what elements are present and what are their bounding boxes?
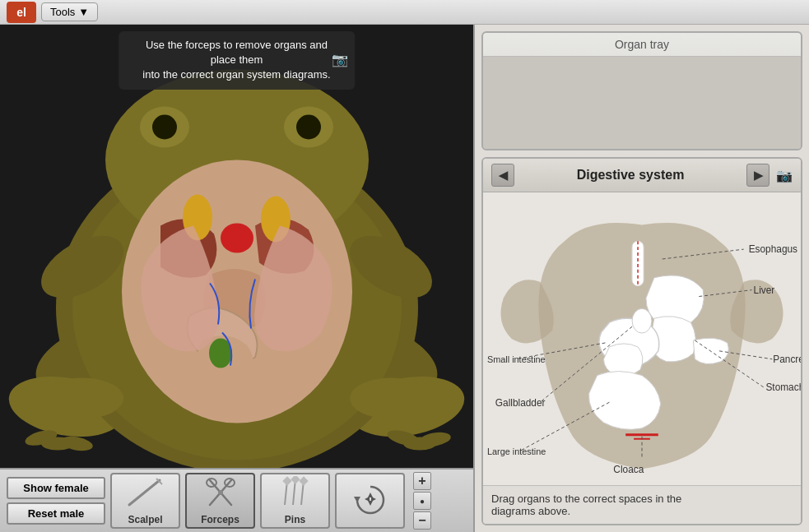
svg-point-32 [218, 490, 223, 495]
esophagus-label: Esophagus [749, 243, 797, 255]
show-female-button[interactable]: Show female [7, 477, 105, 499]
svg-point-19 [41, 378, 123, 419]
large-intestine-label: Large intestine [487, 446, 546, 456]
app-logo: el [7, 2, 36, 23]
rotate-tool[interactable] [335, 473, 405, 529]
right-panel: Organ tray ◀ Digestive system ▶ 📷 [473, 25, 809, 532]
tools-button[interactable]: Tools ▼ [41, 2, 98, 21]
zoom-fit-button[interactable]: ● [413, 492, 431, 510]
zoom-in-button[interactable]: + [413, 472, 431, 490]
left-panel: Use the forceps to remove organs and pla… [0, 25, 473, 532]
pins-tool[interactable]: Pins [260, 473, 330, 529]
forceps-tool[interactable]: Forceps [185, 473, 255, 529]
zoom-controls: + ● − [413, 472, 431, 530]
svg-point-12 [152, 115, 177, 140]
liver-label: Liver [754, 285, 775, 296]
digestive-diagram: Esophagus Liver Pancreas Stomach Small i… [483, 192, 801, 485]
main-content: Use the forceps to remove organs and pla… [0, 25, 809, 532]
svg-marker-48 [371, 497, 376, 502]
organ-tray-title: Organ tray [483, 33, 801, 57]
next-diagram-button[interactable]: ▶ [746, 164, 769, 187]
stomach-label: Stomach [765, 382, 801, 393]
frog-illustration [0, 25, 473, 468]
svg-rect-42 [291, 476, 300, 484]
diagram-title: Digestive system [521, 168, 740, 183]
forceps-icon [200, 476, 241, 512]
svg-marker-47 [365, 497, 370, 502]
cloaca-label: Cloaca [613, 464, 644, 475]
svg-line-27 [129, 480, 160, 505]
small-intestine-label: Small intestine [487, 354, 546, 364]
mode-buttons: Show female Reset male [7, 477, 105, 525]
pancreas-label: Pancreas [773, 354, 801, 365]
scalpel-icon [125, 476, 166, 512]
gallbladder-label: Gallbladder [495, 397, 546, 409]
diagram-header: ◀ Digestive system ▶ 📷 [483, 159, 801, 192]
toolbar: el Tools ▼ [0, 0, 809, 25]
reset-male-button[interactable]: Reset male [7, 502, 105, 525]
frog-view[interactable] [0, 25, 473, 468]
diagram-section: ◀ Digestive system ▶ 📷 [481, 157, 802, 525]
svg-point-54 [632, 308, 652, 333]
organ-tray-content[interactable] [483, 57, 801, 149]
tools-panel: Show female Reset male Scalpel [0, 468, 473, 532]
svg-point-13 [296, 115, 321, 140]
svg-marker-46 [368, 501, 373, 506]
diagram-instruction: Drag organs to the correct spaces in the… [483, 485, 801, 524]
svg-rect-41 [282, 476, 291, 485]
scalpel-tool[interactable]: Scalpel [110, 473, 180, 529]
pins-icon [275, 476, 316, 512]
instruction-tooltip: Use the forceps to remove organs and pla… [119, 31, 356, 90]
svg-rect-43 [299, 476, 308, 485]
rotate-icon [351, 483, 389, 519]
organ-tray: Organ tray [481, 31, 802, 150]
camera-icon-diagram[interactable]: 📷 [776, 168, 793, 183]
svg-marker-44 [354, 497, 360, 502]
svg-marker-45 [368, 493, 373, 497]
svg-point-17 [221, 224, 253, 253]
zoom-out-button[interactable]: − [413, 511, 431, 530]
diagram-canvas[interactable]: Esophagus Liver Pancreas Stomach Small i… [483, 192, 801, 485]
camera-icon-tooltip[interactable]: 📷 [332, 51, 348, 69]
prev-diagram-button[interactable]: ◀ [491, 164, 514, 187]
svg-point-20 [350, 378, 432, 419]
